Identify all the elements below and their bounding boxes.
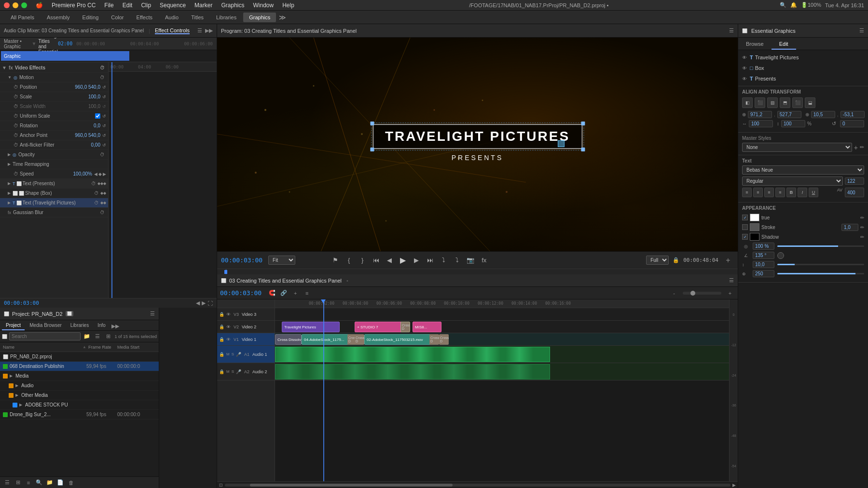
shadow-angle-input[interactable] bbox=[753, 252, 774, 259]
text-bold-btn[interactable]: B bbox=[786, 188, 796, 197]
menu-help[interactable]: Help bbox=[278, 1, 298, 10]
list-item[interactable]: ▶ Media bbox=[0, 371, 159, 381]
track-solo-a2[interactable]: S bbox=[232, 369, 234, 374]
close-window-btn[interactable] bbox=[4, 2, 10, 8]
tab-graphics[interactable]: Graphics bbox=[243, 13, 276, 22]
position-y-input[interactable] bbox=[777, 111, 801, 118]
play-stop-btn[interactable]: ▶ bbox=[397, 255, 409, 266]
list-item[interactable]: ▶ Audio bbox=[0, 381, 159, 391]
reset-scalewidth[interactable]: ↺ bbox=[102, 104, 106, 109]
ec-full-screen[interactable]: ⛶ bbox=[207, 300, 213, 306]
tracking-input[interactable] bbox=[845, 188, 864, 197]
video-effects-header[interactable]: ▼ fx Video Effects ⏱ bbox=[0, 63, 108, 73]
zoom-in-btn[interactable]: + bbox=[725, 288, 735, 298]
track-row-v3[interactable] bbox=[275, 308, 729, 321]
icon-view-footer-icon[interactable]: ⊞ bbox=[14, 478, 22, 487]
stopwatch-scalewidth[interactable]: ⏱ bbox=[14, 104, 18, 109]
pp-tab-media-browser[interactable]: Media Browser bbox=[26, 321, 66, 330]
mark-in-btn[interactable]: { bbox=[343, 255, 355, 266]
find-icon[interactable]: 🔍 bbox=[35, 478, 43, 487]
align-center-h-icon[interactable]: ⬛ bbox=[755, 97, 765, 108]
track-eye-v3[interactable]: 👁 bbox=[226, 312, 231, 317]
shadow-opacity-slider[interactable] bbox=[777, 245, 864, 247]
scale-width-row[interactable]: ⏱ Scale Width 100,0 ↺ bbox=[0, 102, 108, 111]
list-item[interactable]: 068 Destination Publishin 59,94 fps 00:0… bbox=[0, 362, 159, 371]
insert-btn[interactable]: ⤵ bbox=[438, 255, 449, 266]
menu-edit[interactable]: Edit bbox=[119, 1, 137, 10]
ec-bottom-timecode[interactable]: 00:00:03:00 bbox=[4, 300, 39, 306]
stopwatch-speed[interactable]: ⏱ bbox=[14, 171, 18, 176]
stroke-checkbox[interactable] bbox=[742, 224, 748, 230]
add-style-icon[interactable]: + bbox=[854, 144, 858, 151]
anti-flicker-row[interactable]: ⏱ Anti-flicker Filter 0,00 ↺ bbox=[0, 140, 108, 150]
shadow-spread-input[interactable] bbox=[753, 270, 774, 277]
transition-cross-dissolve-v1-4[interactable]: Cross D bbox=[439, 334, 449, 345]
shape-box-row[interactable]: ▶ ⬜ ⬜ Shape (Box) ⏱ ◆◆ bbox=[0, 189, 108, 198]
track-lock-v3[interactable]: 🔒 bbox=[219, 312, 224, 317]
shadow-angle-dial[interactable] bbox=[777, 252, 784, 259]
align-right-icon[interactable]: ▧ bbox=[767, 97, 778, 108]
add-btn[interactable]: + bbox=[722, 255, 734, 266]
keyframe-shape[interactable]: ◆◆ bbox=[100, 191, 106, 195]
clear-icon[interactable]: 🗑 bbox=[67, 478, 75, 487]
fill-color-swatch[interactable] bbox=[750, 214, 759, 221]
stopwatch-antiflicker[interactable]: ⏱ bbox=[14, 142, 18, 148]
panel-menu-icon[interactable]: ☰ bbox=[197, 27, 202, 34]
edit-style-icon[interactable]: ✏ bbox=[860, 144, 864, 150]
clip-travelight-pictures[interactable]: Travelight Pictures bbox=[282, 322, 340, 332]
maximize-window-btn[interactable] bbox=[21, 2, 27, 8]
track-row-v1[interactable]: Cross Dissolve 04-AdobeStock_1175... Cro… bbox=[275, 333, 729, 346]
timeline-menu-icon[interactable]: ☰ bbox=[729, 277, 734, 284]
menu-sequence[interactable]: Sequence bbox=[156, 1, 190, 10]
align-left-icon[interactable]: ◧ bbox=[742, 97, 753, 108]
eye-travelight-icon[interactable]: 👁 bbox=[742, 55, 747, 60]
monitor-settings-icon[interactable]: ☰ bbox=[729, 27, 734, 34]
reset-anchor[interactable]: ↺ bbox=[102, 133, 106, 138]
track-lock-a2[interactable]: 🔒 bbox=[219, 369, 224, 374]
menu-graphics[interactable]: Graphics bbox=[217, 1, 248, 10]
clip-adobestock-117503215[interactable]: 02-AdobeStock_117503215.mov bbox=[364, 334, 432, 345]
stroke-size-input[interactable] bbox=[841, 224, 858, 231]
shadow-spread-slider[interactable] bbox=[777, 273, 864, 274]
project-search-input[interactable] bbox=[9, 332, 81, 340]
offset-x-input[interactable] bbox=[811, 111, 835, 118]
eg-menu-icon[interactable]: ☰ bbox=[859, 27, 864, 34]
stopwatch-travelight[interactable]: ⏱ bbox=[94, 200, 99, 205]
menu-clip[interactable]: Clip bbox=[137, 1, 155, 10]
handle-top-left[interactable] bbox=[370, 122, 374, 125]
text-travelight-row[interactable]: ▶ T ⬜ Text (Travelight Pictures) ⏱ ◆◆ bbox=[0, 198, 108, 208]
track-height-btn[interactable]: ≡ bbox=[302, 288, 312, 298]
new-bin-icon[interactable]: 📁 bbox=[83, 332, 91, 341]
track-mute-a2[interactable]: M bbox=[226, 369, 230, 374]
stopwatch-gaussian[interactable]: ⏱ bbox=[100, 210, 105, 215]
tab-assembly[interactable]: Assembly bbox=[41, 13, 76, 22]
list-item[interactable]: ⬜ PR_NAB_D2.prproj bbox=[0, 352, 159, 362]
audio-clip-a1[interactable] bbox=[275, 347, 550, 362]
track-row-v2[interactable]: Travelight Pictures + STUDIO 7 Cross D M… bbox=[275, 321, 729, 333]
timeline-scroll-bar[interactable] bbox=[225, 484, 730, 487]
tab-libraries[interactable]: Libraries bbox=[210, 13, 242, 22]
transition-cross-dissolve-v1-3[interactable]: Cross D bbox=[429, 334, 439, 345]
clip-mis8[interactable]: MIS8... bbox=[413, 322, 441, 332]
uniform-scale-checkbox[interactable] bbox=[95, 113, 100, 119]
text-align-center-btn[interactable]: ≡ bbox=[753, 188, 763, 197]
track-mic-a1[interactable]: 🎤 bbox=[236, 352, 241, 357]
timeline-scroll-thumb[interactable] bbox=[250, 484, 452, 487]
speed-next[interactable]: ▶ bbox=[103, 172, 106, 176]
menu-file[interactable]: File bbox=[100, 1, 117, 10]
pp-tab-project[interactable]: Project bbox=[2, 321, 25, 330]
timeline-zoom-slider[interactable] bbox=[683, 292, 721, 295]
stopwatch-scale[interactable]: ⏱ bbox=[14, 94, 18, 99]
stroke-color-swatch[interactable] bbox=[750, 223, 759, 231]
list-item[interactable]: ▶ Other Media bbox=[0, 391, 159, 400]
timeline-timecode[interactable]: 00:00:03:00 bbox=[220, 289, 262, 297]
pp-tabs-more-icon[interactable]: ▶▶ bbox=[110, 322, 120, 330]
track-row-a1[interactable] bbox=[275, 346, 729, 363]
monitor-scrub-bar[interactable] bbox=[217, 269, 738, 274]
fill-checkbox[interactable]: ✓ bbox=[742, 215, 748, 220]
handle-bottom-right[interactable] bbox=[581, 148, 585, 151]
layer-presents[interactable]: 👁 T Presents bbox=[738, 73, 868, 84]
tab-color[interactable]: Color bbox=[105, 13, 129, 22]
speed-row[interactable]: ⏱ Speed 100,00% ◀ ◆ ▶ bbox=[0, 169, 108, 179]
go-to-out-btn[interactable]: ⏭ bbox=[424, 255, 436, 266]
